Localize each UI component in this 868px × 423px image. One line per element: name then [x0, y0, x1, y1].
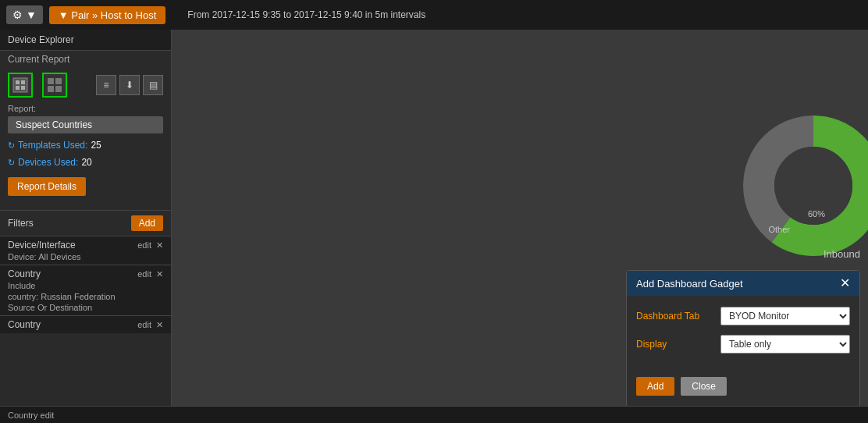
sidebar: Device Explorer Current Report — [0, 30, 172, 423]
view-single-icon[interactable] — [8, 73, 33, 98]
report-details-button[interactable]: Report Details — [8, 177, 86, 196]
status-text: Country edit — [8, 411, 54, 420]
filter-item-country2: Country edit ✕ — [0, 315, 171, 333]
modal-footer: Add Close — [627, 374, 859, 407]
filter-controls-device: edit ✕ — [137, 240, 163, 251]
filter-item-device: Device/Interface edit ✕ Device: All Devi… — [0, 236, 171, 265]
filter-header-country2: Country edit ✕ — [8, 319, 163, 330]
filter-sub2-country1: country: Russian Federation — [8, 290, 163, 301]
dashboard-tab-label: Dashboard Tab — [636, 311, 714, 322]
main-layout: Device Explorer Current Report — [0, 30, 868, 423]
filter-name-device: Device/Interface — [8, 240, 76, 251]
devices-used-label: Devices Used: — [18, 157, 78, 168]
chart-label-60: 60% — [808, 209, 825, 219]
modal-add-button[interactable]: Add — [636, 377, 674, 396]
filter-remove-device[interactable]: ✕ — [156, 240, 163, 251]
filter-edit-country1[interactable]: edit — [137, 269, 151, 279]
devices-used-row: ↻ Devices Used: 20 — [0, 154, 171, 171]
filter-header-device: Device/Interface edit ✕ — [8, 240, 163, 251]
filters-row: Filters Add — [0, 210, 171, 236]
templates-used-value: 25 — [91, 140, 101, 151]
pair-host-to-host-button[interactable]: ▼ Pair » Host to Host — [49, 6, 166, 24]
chart-area: Inbound 60% Other — [727, 30, 868, 295]
filter-sub1-country1: Include — [8, 279, 163, 290]
view-grid-icon[interactable] — [42, 73, 67, 98]
share-icon[interactable]: ▤ — [143, 75, 163, 95]
modal-body: Dashboard Tab BYOD Monitor Main Dashboar… — [627, 296, 859, 374]
dashboard-tab-select[interactable]: BYOD Monitor Main Dashboard Security — [720, 307, 850, 325]
modal-header: Add Dashboard Gadget ✕ — [627, 271, 859, 296]
filter-header-country1: Country edit ✕ — [8, 268, 163, 279]
filter-remove-country1[interactable]: ✕ — [156, 269, 163, 279]
chart-label-inbound: Inbound — [824, 248, 860, 260]
donut-chart — [735, 108, 868, 264]
filters-add-button[interactable]: Add — [131, 215, 163, 231]
display-label: Display — [636, 339, 714, 350]
gear-button[interactable]: ⚙ ▼ — [6, 5, 43, 24]
export-icon[interactable]: ≡ — [96, 75, 116, 95]
filter-controls-country1: edit ✕ — [137, 269, 163, 279]
svg-rect-8 — [55, 86, 62, 92]
filter-name-country2: Country — [8, 319, 41, 330]
dashboard-tab-row: Dashboard Tab BYOD Monitor Main Dashboar… — [636, 307, 850, 325]
suspect-countries-bar: Suspect Countries — [8, 116, 163, 133]
report-label: Report: — [0, 102, 171, 113]
svg-rect-0 — [13, 78, 27, 92]
modal-close-button[interactable]: ✕ — [840, 277, 850, 290]
chart-label-other: Other — [768, 225, 790, 234]
filter-edit-country2[interactable]: edit — [137, 320, 151, 330]
display-row: Display Table only Chart only Table and … — [636, 335, 850, 354]
svg-rect-4 — [21, 86, 25, 90]
filter-sub3-country1: Source Or Destination — [8, 301, 163, 312]
main-content: Inbound 60% Other Add Dashboard Gadget ✕… — [172, 30, 868, 423]
refresh-icon: ↻ — [8, 140, 15, 151]
pdf-icon[interactable]: ⬇ — [119, 75, 140, 95]
svg-rect-2 — [21, 80, 25, 84]
status-bar: Country edit — [0, 406, 868, 423]
filter-remove-country2[interactable]: ✕ — [156, 320, 163, 330]
svg-rect-6 — [55, 78, 62, 84]
templates-used-row: ↻ Templates Used: 25 — [0, 137, 171, 154]
filter-sub-device: Device: All Devices — [8, 251, 163, 261]
filter-controls-country2: edit ✕ — [137, 320, 163, 330]
filters-label: Filters — [8, 218, 34, 229]
icon-toolbar: ≡ ⬇ ▤ — [0, 68, 171, 102]
modal-title: Add Dashboard Gadget — [636, 278, 743, 290]
refresh-icon-2: ↻ — [8, 158, 15, 168]
svg-rect-1 — [16, 80, 20, 84]
top-bar: ⚙ ▼ ▼ Pair » Host to Host From 2017-12-1… — [0, 0, 868, 30]
add-dashboard-gadget-modal: Add Dashboard Gadget ✕ Dashboard Tab BYO… — [626, 270, 860, 407]
modal-close-button-2[interactable]: Close — [681, 377, 727, 396]
display-select[interactable]: Table only Chart only Table and Chart — [720, 335, 850, 354]
time-range: From 2017-12-15 9:35 to 2017-12-15 9:40 … — [187, 9, 425, 20]
svg-rect-3 — [16, 86, 20, 90]
filter-item-country1: Country edit ✕ Include country: Russian … — [0, 265, 171, 315]
devices-used-value: 20 — [81, 157, 91, 168]
current-report-label: Current Report — [0, 51, 171, 68]
templates-used-label: Templates Used: — [18, 140, 87, 151]
svg-rect-5 — [48, 78, 54, 84]
filter-name-country1: Country — [8, 268, 41, 279]
filter-edit-device[interactable]: edit — [137, 240, 151, 251]
svg-rect-7 — [48, 86, 54, 92]
sidebar-header: Device Explorer — [0, 30, 171, 51]
